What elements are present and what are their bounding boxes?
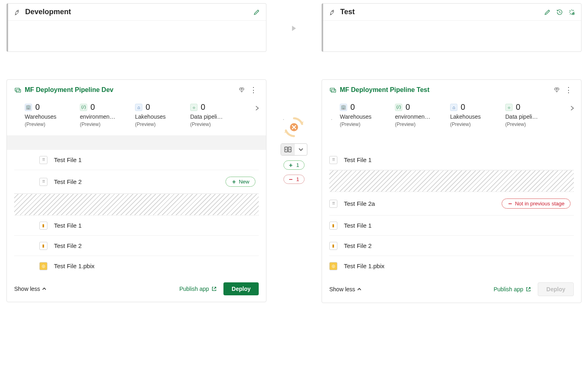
warehouse-icon: 🏢: [340, 104, 347, 111]
stat-environments[interactable]: ⟨/⟩0 environmen… (Preview): [80, 102, 120, 127]
chevron-right-icon[interactable]: [569, 105, 575, 111]
report-icon: ▮: [39, 242, 47, 250]
svg-rect-6: [285, 147, 288, 152]
diff-added-badge[interactable]: 1: [283, 160, 304, 170]
workspace-icon: [329, 86, 337, 94]
stage-title: Test: [340, 8, 540, 16]
stat-lakehouses[interactable]: ⌂0 Lakehouses (Preview): [135, 102, 176, 127]
pipeline-icon: ⟐: [190, 104, 197, 111]
svg-rect-3: [15, 88, 19, 92]
dataset-icon: ⠿: [329, 200, 337, 208]
item-row[interactable]: ⠿ Test File 2 New: [14, 170, 259, 194]
settings-icon[interactable]: [568, 9, 575, 16]
rocket-icon: [14, 9, 21, 16]
workspace-title[interactable]: MF Deployment Pipeline Test: [340, 86, 550, 94]
workspace-icon: [14, 86, 21, 94]
svg-rect-9: [331, 90, 336, 93]
stat-environments[interactable]: ⟨/⟩0 environmen… (Preview): [395, 102, 436, 127]
item-row[interactable]: ◎ Test File 1.pbix: [329, 256, 574, 276]
report-icon: ▮: [329, 242, 337, 250]
hatched-placeholder: [329, 170, 574, 192]
publish-app-link[interactable]: Publish app: [179, 286, 217, 292]
warehouse-icon: 🏢: [25, 104, 32, 111]
lakehouse-icon: ⌂: [450, 104, 457, 111]
new-badge: New: [225, 177, 255, 187]
environment-icon: ⟨/⟩: [80, 104, 87, 111]
stat-warehouses[interactable]: 🏢0 Warehouses (Preview): [340, 102, 380, 127]
dataset-icon: ⠿: [329, 156, 337, 164]
dataset-icon: ⠿: [39, 178, 47, 186]
more-menu-icon[interactable]: ⋮: [248, 85, 259, 94]
history-icon[interactable]: [556, 9, 563, 16]
show-less-toggle[interactable]: Show less: [14, 286, 47, 292]
premium-diamond-icon: [554, 87, 560, 93]
workspace-card-test: MF Deployment Pipeline Test ⋮ 🏢0 Warehou…: [322, 79, 582, 303]
svg-rect-8: [330, 88, 335, 92]
pbix-icon: ◎: [329, 262, 337, 270]
diff-removed-badge[interactable]: 1: [283, 175, 304, 184]
stats-row: 🏢0 Warehouses (Preview) ⟨/⟩0 environmen……: [7, 96, 266, 135]
chevron-down-icon[interactable]: [295, 144, 307, 155]
publish-app-link[interactable]: Publish app: [494, 286, 531, 292]
item-row[interactable]: ⠿ Test File 1: [329, 150, 574, 170]
stage-card-test: Test: [322, 3, 582, 52]
item-row[interactable]: ⠿ Test File 2a Not in previous stage: [329, 192, 574, 216]
item-row[interactable]: ▮ Test File 1: [14, 216, 259, 236]
show-less-toggle[interactable]: Show less: [329, 286, 362, 292]
stage-card-development: Development: [6, 3, 266, 52]
svg-point-1: [332, 11, 333, 11]
deploy-button[interactable]: Deploy: [223, 282, 259, 295]
deploy-button: Deploy: [538, 282, 574, 296]
compare-side-icon[interactable]: [281, 144, 295, 155]
svg-rect-4: [16, 90, 21, 93]
report-icon: ▮: [329, 222, 337, 230]
item-row[interactable]: ◎ Test File 1.pbix: [14, 256, 259, 276]
edit-icon[interactable]: [253, 9, 260, 16]
item-row[interactable]: ▮ Test File 2: [14, 236, 259, 256]
workspace-card-dev: MF Deployment Pipeline Dev ⋮ 🏢0 Warehous…: [6, 79, 266, 302]
not-in-previous-badge: Not in previous stage: [502, 199, 571, 209]
lakehouse-icon: ⌂: [135, 104, 142, 111]
stage-title: Development: [25, 8, 249, 16]
stat-warehouses[interactable]: 🏢0 Warehouses (Preview): [25, 102, 65, 127]
chevron-right-icon[interactable]: [254, 105, 260, 111]
pbix-icon: ◎: [39, 262, 47, 270]
environment-icon: ⟨/⟩: [395, 104, 402, 111]
premium-diamond-icon: [238, 87, 245, 93]
edit-icon[interactable]: [544, 9, 551, 16]
svg-rect-7: [288, 147, 291, 152]
stat-datapipelines[interactable]: ⟐0 Data pipeli… (Preview): [190, 102, 231, 127]
stats-row: 🏢0 Warehouses (Preview) ⟨/⟩0 environmen……: [322, 96, 581, 135]
compare-sync-icon[interactable]: [283, 116, 305, 139]
item-row[interactable]: ▮ Test File 2: [329, 236, 574, 256]
report-icon: ▮: [39, 222, 47, 230]
pipeline-icon: ⟐: [505, 104, 513, 111]
item-row[interactable]: ▮ Test File 1: [329, 216, 574, 236]
workspace-title[interactable]: MF Deployment Pipeline Dev: [25, 86, 235, 94]
rocket-icon: [329, 9, 336, 16]
compare-view-toggle[interactable]: [281, 143, 307, 156]
deploy-arrow-icon[interactable]: [290, 23, 298, 33]
stat-lakehouses[interactable]: ⌂0 Lakehouses (Preview): [450, 102, 491, 127]
stat-datapipelines[interactable]: ⟐0 Data pipeli… (Preview): [505, 102, 546, 127]
selected-band: [7, 135, 266, 150]
svg-point-0: [17, 11, 18, 11]
hatched-placeholder: [14, 194, 259, 216]
dataset-icon: ⠿: [39, 156, 47, 164]
more-menu-icon[interactable]: ⋮: [563, 85, 574, 94]
item-row[interactable]: ⠿ Test File 1: [14, 150, 259, 170]
